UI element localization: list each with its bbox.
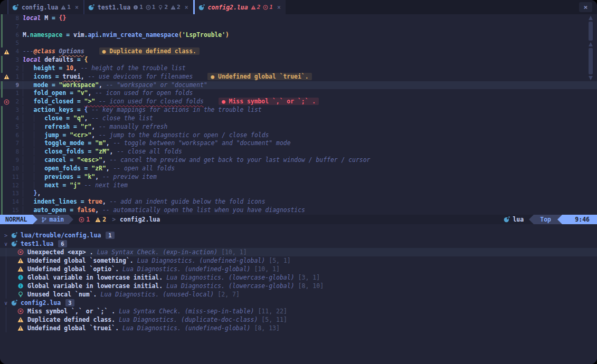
diagnostic-position: [5, 11] [261, 316, 287, 323]
info-icon [17, 283, 26, 289]
tab-config.lua[interactable]: config.lua1× [7, 0, 83, 14]
trouble-diagnostic-row[interactable]: Global variable in lowercase initial.Lua… [0, 273, 597, 282]
code-line[interactable]: 3local defaults = { [0, 56, 597, 64]
trouble-file-row[interactable]: >lua/trouble/config.lua1 [0, 231, 597, 240]
code-line[interactable]: 9 cancel = "<esc>", -- cancel the previe… [0, 156, 597, 165]
code-line[interactable]: 7 toggle_mode = "m", -- toggle between "… [0, 139, 597, 148]
trouble-file-row[interactable]: ∨test1.lua6 [0, 240, 597, 248]
warning-count: 2 [102, 216, 106, 223]
trouble-diagnostic-row[interactable]: Duplicate defined class.Lua Diagnostics.… [0, 315, 597, 324]
sign-column [3, 165, 10, 173]
diagnostic-virtual-text: ● Miss symbol `,` or `;` . [219, 98, 319, 105]
sign-column [3, 156, 10, 165]
tab-label: config.lua [22, 4, 58, 11]
code-line[interactable]: 1 fold_open = "v", -- icon used for open… [0, 89, 597, 98]
trouble-diagnostic-row[interactable]: Miss symbol `,` or `;` .Lua Syntax Check… [0, 307, 597, 315]
chevron-right-icon[interactable]: > [4, 232, 11, 238]
trouble-panel: >lua/trouble/config.lua1∨test1.lua6Unexp… [0, 224, 597, 364]
code-line[interactable]: 4 close = "q", -- close the list [0, 114, 597, 123]
tab-config2.lua[interactable]: config2.lua21× [193, 0, 286, 14]
code-line[interactable]: 6 jump = "<cr>", -- jump to the diagnost… [0, 131, 597, 140]
trouble-filename: lua/trouble/config.lua [21, 232, 101, 239]
code-line[interactable]: 2 fold_closed = ">" -- icon used for clo… [0, 98, 597, 106]
hint-icon [17, 291, 26, 298]
scrollbar-thumb[interactable] [589, 22, 593, 41]
scrollbar-arrow-up-icon[interactable] [589, 16, 593, 20]
code-text: height = 10, -- height of the trouble li… [19, 64, 186, 73]
code-text: local M = {} [19, 14, 66, 23]
indent-guide [6, 282, 6, 290]
diagnostic-source: Lua Diagnostics. [122, 265, 181, 273]
indent-guide [6, 273, 6, 282]
code-line[interactable]: 12 next = "j" -- next item [0, 181, 597, 190]
tab-close-icon[interactable]: × [75, 4, 79, 11]
warn-sign-icon [3, 47, 10, 56]
code-line[interactable]: 2 height = 10, -- height of the trouble … [0, 64, 597, 73]
warn-icon [17, 257, 26, 264]
trouble-diagnostic-row[interactable]: Unused local `num`.Lua Diagnostics.(unus… [0, 290, 597, 299]
sign-column [3, 31, 10, 40]
code-line[interactable]: 9 mode = "workspace", -- "workspace" or … [0, 81, 597, 90]
code-line[interactable]: 11 previous = "k", -- preview item [0, 173, 597, 181]
scrollbar[interactable] [589, 14, 593, 215]
diagnostic-position: [11, 22] [258, 308, 287, 315]
tab-close-icon[interactable]: × [185, 4, 188, 11]
scrollbar-arrow-down-icon[interactable] [589, 76, 593, 80]
scrollbar-thumb[interactable] [589, 48, 593, 74]
sign-column [3, 114, 10, 123]
statusline-error-count: 1 [79, 215, 90, 224]
diagnostic-code: (lowercase-global) [229, 274, 295, 281]
code-line[interactable]: 7 [0, 23, 597, 31]
chevron-down-icon[interactable]: ∨ [4, 300, 11, 306]
sign-column [3, 198, 10, 206]
filetype-indicator: lua [504, 215, 524, 224]
code-line[interactable]: 5 [0, 39, 597, 47]
trouble-diagnostic-row[interactable]: Unexpected <exp> .Lua Syntax Check.(exp-… [0, 248, 597, 256]
sign-column [3, 106, 10, 114]
code-line[interactable]: 1 icons = truei, -- use devicons for fil… [0, 73, 597, 81]
tab-test1.lua[interactable]: test1.lua1122× [83, 0, 193, 14]
code-text: toggle_mode = "m", -- toggle between "wo… [19, 139, 291, 148]
code-line[interactable]: 15 auto_open = false, -- automatically o… [0, 206, 597, 215]
code-line[interactable]: 6M.namespace = vim.api.nvim_create_names… [0, 31, 597, 40]
powerline-separator [69, 215, 73, 224]
tab-close-icon[interactable]: × [277, 4, 281, 11]
trouble-diagnostic-row[interactable]: Undefined global `something`.Lua Diagnos… [0, 256, 597, 265]
trouble-diagnostic-row[interactable]: Global variable in lowercase initial.Lua… [0, 282, 597, 290]
chevron-down-icon[interactable]: ∨ [4, 241, 11, 247]
hint-icon: 2 [158, 4, 168, 11]
sign-column [3, 23, 10, 31]
code-line[interactable]: 10 open_folds = "zR", -- open all folds [0, 165, 597, 173]
code-line[interactable]: 14 indent_lines = true, -- add an indent… [0, 198, 597, 206]
lua-file-icon [11, 300, 20, 306]
code-line[interactable]: 4---@class Options● Duplicate defined cl… [0, 47, 597, 56]
code-text: refresh = "r", -- manually refresh [19, 123, 167, 131]
diagnostic-position: [5, 1] [269, 257, 291, 264]
window-close-button[interactable]: × [579, 2, 592, 12]
diagnostic-code: (duplicate-doc-class) [181, 316, 258, 323]
code-text: M.namespace = vim.api.nvim_create_namesp… [19, 31, 229, 40]
statusline: NORMAL main 1 2 > config2.lua lua Top 9:… [0, 215, 597, 224]
trouble-diagnostic-row[interactable]: Undefined global `truei`.Lua Diagnostics… [0, 324, 597, 332]
diagnostic-count-badge: 6 [58, 240, 67, 247]
code-line[interactable]: 8 close_folds = "zM", -- close all folds [0, 148, 597, 156]
editor-buffer[interactable]: 8local M = {}76M.namespace = vim.api.nvi… [0, 14, 597, 215]
scrollbar-arrow-up-icon[interactable] [589, 42, 593, 46]
trouble-file-row[interactable]: ∨config2.lua3 [0, 299, 597, 307]
diagnostic-position: [10, 1] [254, 265, 280, 273]
code-text: icons = truei, -- use devicons for filen… [19, 73, 312, 81]
bufferline: config.lua1×test1.lua1122×config2.lua21×… [0, 0, 597, 14]
indent-guide [6, 256, 6, 265]
line-number: 9 [10, 156, 19, 165]
warn-icon [17, 325, 26, 331]
line-number: 15 [10, 206, 19, 215]
code-line[interactable]: 3 action_keys = { -- key mappings for ac… [0, 106, 597, 114]
statusline-warning-count: 2 [95, 215, 106, 224]
line-number: 8 [10, 14, 19, 23]
diagnostic-code: (exp-in-action) [163, 248, 217, 256]
code-line[interactable]: 8local M = {} [0, 14, 597, 23]
trouble-diagnostic-row[interactable]: Undefined global `optio`.Lua Diagnostics… [0, 265, 597, 273]
powerline-separator [33, 215, 37, 224]
code-line[interactable]: 13 }, [0, 189, 597, 198]
code-line[interactable]: 5 refresh = "r", -- manually refresh [0, 123, 597, 131]
